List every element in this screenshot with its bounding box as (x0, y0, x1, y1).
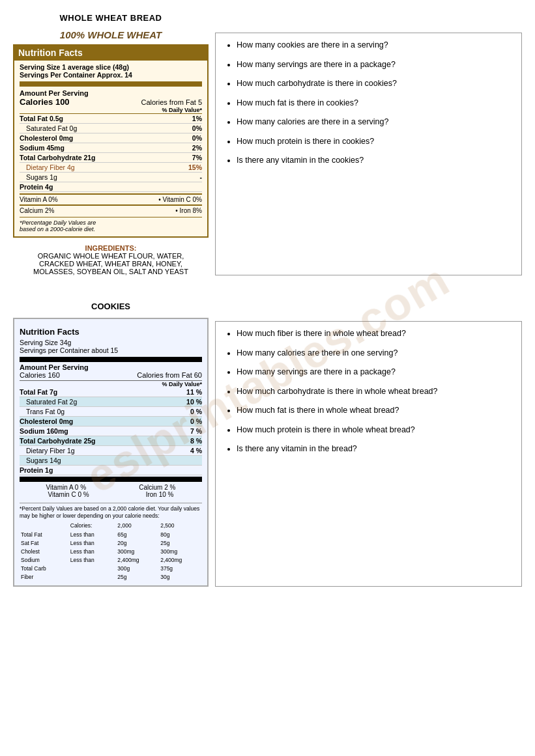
wwb-footnote: *Percentage Daily Values arebased on a 2… (20, 217, 202, 232)
wwb-row-pct: - (200, 173, 203, 181)
table-cell: Less than (69, 556, 117, 565)
wwb-vitamin-a: Vitamin A 0% (20, 196, 58, 203)
wwb-row-label: Total Fat 0.5g (20, 115, 63, 122)
cookies-row-sodium: Sodium 160mg 7 % (20, 427, 202, 436)
wwb-nutrition-facts-box: Nutrition Facts Serving Size 1 average s… (13, 44, 209, 238)
table-cell: 300g (116, 565, 159, 573)
wwb-ingredients-title: INGREDIENTS: (85, 244, 137, 252)
wwb-subtitle: 100% WHOLE WHEAT (13, 29, 209, 40)
table-cell: Less than (69, 539, 117, 548)
wwb-servings-per: Servings Per Container Approx. 14 (20, 71, 202, 79)
cookies-row-total-fat: Total Fat 7g 11 % (20, 387, 202, 397)
cookies-questions-list: How much fiber is there in whole wheat b… (226, 328, 511, 455)
cookies-row-pct: 0 % (190, 417, 202, 425)
question-item: Is there any vitamin in the bread? (237, 443, 511, 455)
wwb-row-label: Dietary Fiber 4g (20, 163, 75, 171)
table-cell: 20g (116, 539, 159, 548)
wwb-calories-row: Calories 100 Calories from Fat 5 (20, 97, 202, 107)
wwb-vitamins-row2: Calcium 2% • Iron 8% (20, 204, 202, 214)
wwb-row-label: Sugars 1g (20, 173, 57, 181)
wwb-calories: Calories 100 (20, 97, 70, 107)
question-item: How many servings are there in a package… (237, 59, 511, 71)
cookies-left-col: COOKIES Nutrition Facts Serving Size 34g… (13, 301, 209, 586)
cookies-calcium: Calcium 2 % (139, 484, 175, 491)
cookies-daily-table: Calories: 2,000 2,500 Total Fat Less tha… (20, 522, 202, 581)
wwb-row-total-fat: Total Fat 0.5g 1% (20, 114, 202, 124)
table-cell: 30g (159, 573, 202, 581)
wwb-row-sat-fat: Saturated Fat 0g 0% (20, 124, 202, 133)
table-cell: 2,500 (159, 522, 202, 530)
question-item: How much fiber is there in whole wheat b… (237, 328, 511, 340)
wwb-questions-box: How many cookies are there in a serving?… (215, 33, 522, 275)
wwb-row-protein: Protein 4g (20, 182, 202, 192)
cookies-row-label: Dietary Fiber 1g (20, 447, 75, 455)
cookies-serving-size: Serving Size 34g (20, 339, 202, 346)
table-cell: 25g (116, 573, 159, 581)
table-row: Total Fat Less than 65g 80g (20, 531, 202, 539)
wwb-row-label: Cholesterol 0mg (20, 134, 73, 142)
cookies-row-pct: 0 % (190, 408, 202, 415)
table-cell: Sat Fat (20, 539, 69, 548)
wwb-nf-title-text: Nutrition Facts (18, 48, 203, 58)
table-row: Sat Fat Less than 20g 25g (20, 539, 202, 548)
cookies-servings-per: Servings per Container about 15 (20, 346, 202, 354)
cookies-row-label: Trans Fat 0g (20, 408, 65, 415)
wwb-vitamins-row1: Vitamin A 0% • Vitamin C 0% (20, 193, 202, 203)
table-cell: Total Carb (20, 565, 69, 573)
table-cell (20, 522, 69, 530)
wwb-row-carb: Total Carbohydrate 21g 7% (20, 153, 202, 163)
table-row: Calories: 2,000 2,500 (20, 522, 202, 530)
wwb-row-sugars: Sugars 1g - (20, 173, 202, 182)
cookies-row-protein: Protein 1g (20, 466, 202, 475)
question-item: How much fat is there in whole wheat bre… (237, 405, 511, 417)
wwb-amount-per: Amount Per Serving (20, 89, 202, 97)
table-cell (69, 565, 117, 573)
wwb-section: WHOLE WHEAT BREAD 100% WHOLE WHEAT Nutri… (13, 13, 522, 275)
table-cell: 2,400mg (159, 556, 202, 565)
question-item: How much protein is there in cookies? (237, 136, 511, 148)
cookies-row-label: Sodium 160mg (20, 427, 68, 435)
cookies-nf-title-text: Nutrition Facts (20, 327, 80, 337)
cookies-nf-title: Nutrition Facts (20, 323, 202, 337)
cookies-iron: Iron 10 % (146, 491, 174, 498)
cookies-calories-row: Calories 160 Calories from Fat 60 (20, 371, 202, 381)
table-cell: 25g (159, 539, 202, 548)
wwb-row-fiber: Dietary Fiber 4g 15% (20, 163, 202, 173)
wwb-left-col: WHOLE WHEAT BREAD 100% WHOLE WHEAT Nutri… (13, 13, 209, 275)
cookies-row-label: Total Carbohydrate 25g (20, 437, 96, 445)
cookies-amount-per: Amount Per Serving (20, 357, 202, 371)
table-cell: 80g (159, 531, 202, 539)
wwb-row-label: Sodium 45mg (20, 144, 65, 152)
wwb-row-pct: 2% (192, 144, 202, 152)
cookies-row-label: Total Fat 7g (20, 388, 57, 396)
question-item: How many calories are there in one servi… (237, 348, 511, 359)
cookies-row-label: Protein 1g (20, 466, 53, 474)
cookies-row-pct: 8 % (190, 437, 202, 445)
wwb-questions-list: How many cookies are there in a serving?… (226, 40, 511, 167)
wwb-row-pct: 0% (192, 134, 202, 142)
cookies-nf-box: Nutrition Facts Serving Size 34g Serving… (13, 318, 209, 586)
table-cell: Less than (69, 531, 117, 539)
question-item: How much carbohydrate is there in cookie… (237, 78, 511, 90)
wwb-vitamin-c: • Vitamin C 0% (158, 196, 202, 203)
cookies-row-pct: 4 % (190, 447, 202, 455)
cookies-row-sat-fat: Saturated Fat 2g 10 % (20, 397, 202, 407)
cookies-footnote: *Percent Daily Values are based on a 2,0… (20, 503, 202, 581)
question-item: How many calories are there in a serving… (237, 117, 511, 128)
cookies-questions-box: How much fiber is there in whole wheat b… (215, 321, 522, 586)
cookies-dv-header: % Daily Value* (20, 381, 202, 387)
cookies-vitamin-a: Vitamin A 0 % (46, 484, 87, 491)
question-item: How many servings are there in a package… (237, 367, 511, 378)
wwb-row-label: Protein 4g (20, 183, 53, 191)
table-cell: Less than (69, 548, 117, 556)
cookies-title: COOKIES (13, 301, 209, 311)
cookies-row-pct: 10 % (186, 398, 202, 406)
cookies-row-pct: 7 % (190, 427, 202, 435)
page-layout: WHOLE WHEAT BREAD 100% WHOLE WHEAT Nutri… (13, 13, 522, 587)
wwb-row-pct: 1% (192, 115, 202, 122)
wwb-dv-header: % Daily Value* (20, 107, 202, 114)
cookies-calories: Calories 160 (20, 371, 60, 379)
wwb-row-label: Saturated Fat 0g (20, 124, 77, 132)
wwb-row-label: Total Carbohydrate 21g (20, 154, 96, 161)
cookies-row-label: Cholesterol 0mg (20, 417, 73, 425)
